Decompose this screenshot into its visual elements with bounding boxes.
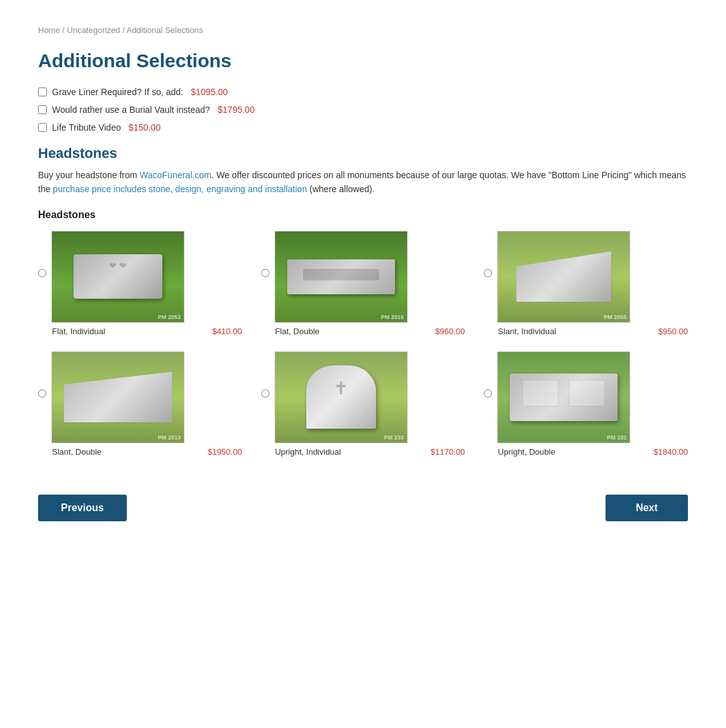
- next-button[interactable]: Next: [606, 495, 688, 521]
- headstone-upright-individual-image: PM 233: [275, 351, 408, 443]
- headstone-flat-double: PM 2016 Flat, Double $960.00: [261, 231, 465, 336]
- upright-double-name: Upright, Double: [498, 447, 555, 457]
- upright-individual-stone: [306, 365, 376, 429]
- headstone-slant-double: PM 2013 Slant, Double $1950.00: [38, 351, 242, 457]
- flat-double-pm: PM 2016: [381, 314, 404, 320]
- headstone-flat-individual-row: PM 2053: [38, 231, 242, 323]
- flat-double-price: $960.00: [435, 327, 465, 336]
- flat-individual-price: $410.00: [212, 327, 242, 336]
- upright-individual-pm: PM 233: [384, 434, 404, 441]
- upright-individual-caption: Upright, Individual $1170.00: [261, 447, 465, 457]
- headstone-upright-individual-radio[interactable]: [261, 389, 269, 398]
- slant-individual-caption: Slant, Individual $950.00: [484, 327, 688, 336]
- slant-double-caption: Slant, Double $1950.00: [38, 447, 242, 457]
- additional-options: Grave Liner Required? If so, add: $1095.…: [38, 87, 688, 133]
- headstone-upright-individual-row: PM 233: [261, 351, 465, 443]
- slant-individual-name: Slant, Individual: [498, 327, 556, 336]
- headstones-label: Headstones: [38, 209, 688, 221]
- headstone-slant-individual-radio[interactable]: [484, 269, 492, 277]
- slant-double-pm: PM 2013: [158, 434, 181, 441]
- headstone-slant-individual-image: PM 2055: [497, 231, 630, 323]
- life-tribute-price: $150.00: [129, 122, 161, 133]
- upright-double-caption: Upright, Double $1840.00: [484, 447, 688, 457]
- slant-double-name: Slant, Double: [52, 447, 101, 457]
- headstone-slant-individual-row: PM 2055: [484, 231, 688, 323]
- upright-individual-price: $1170.00: [431, 447, 465, 457]
- life-tribute-label: Life Tribute Video: [52, 122, 121, 133]
- burial-vault-label: Would rather use a Burial Vault instead?: [52, 105, 210, 115]
- flat-double-caption: Flat, Double $960.00: [261, 327, 465, 336]
- headstone-flat-double-row: PM 2016: [261, 231, 465, 323]
- flat-double-name: Flat, Double: [275, 327, 320, 336]
- headstone-flat-individual-image: PM 2053: [51, 231, 185, 323]
- grave-liner-label: Grave Liner Required? If so, add:: [52, 87, 183, 97]
- headstone-flat-double-radio[interactable]: [261, 269, 269, 277]
- headstone-upright-double: PM 101 Upright, Double $1840.00: [484, 351, 688, 457]
- headstone-slant-double-radio[interactable]: [38, 389, 46, 398]
- slant-double-stone: [64, 372, 172, 422]
- grave-liner-price: $1095.00: [191, 87, 228, 97]
- upright-double-price: $1840.00: [654, 447, 688, 457]
- headstone-upright-double-row: PM 101: [484, 351, 688, 443]
- life-tribute-row: Life Tribute Video $150.00: [38, 122, 688, 133]
- flat-double-stone: [287, 259, 395, 294]
- headstone-flat-individual-radio[interactable]: [38, 269, 46, 277]
- slant-individual-stone: [516, 251, 611, 302]
- slant-individual-price: $950.00: [658, 327, 688, 336]
- headstones-section-title: Headstones: [38, 145, 688, 162]
- flat-individual-name: Flat, Individual: [52, 327, 105, 336]
- headstones-description: Buy your headstone from WacoFuneral.com.…: [38, 168, 688, 197]
- previous-button[interactable]: Previous: [38, 495, 127, 521]
- headstone-flat-individual: PM 2053 Flat, Individual $410.00: [38, 231, 242, 336]
- breadcrumb: Home / Uncategorized / Additional Select…: [38, 25, 688, 35]
- slant-double-price: $1950.00: [207, 447, 242, 457]
- burial-vault-price: $1795.00: [217, 105, 254, 115]
- headstone-upright-double-radio[interactable]: [484, 389, 492, 398]
- grave-liner-checkbox[interactable]: [38, 88, 47, 96]
- headstone-flat-double-image: PM 2016: [275, 231, 408, 323]
- flat-individual-stone: [74, 254, 162, 299]
- headstone-slant-double-row: PM 2013: [38, 351, 242, 443]
- page-title: Additional Selections: [38, 50, 688, 72]
- headstone-slant-double-image: PM 2013: [51, 351, 185, 443]
- headstone-slant-individual: PM 2055 Slant, Individual $950.00: [484, 231, 688, 336]
- upright-double-stone: [510, 374, 618, 421]
- headstones-grid: PM 2053 Flat, Individual $410.00 PM 2016…: [38, 231, 688, 457]
- purchase-price-link[interactable]: purchase price includes stone, design, e…: [53, 184, 307, 194]
- headstone-upright-double-image: PM 101: [497, 351, 630, 443]
- navigation-row: Previous Next: [38, 482, 688, 521]
- upright-double-pm: PM 101: [607, 434, 626, 441]
- headstone-upright-individual: PM 233 Upright, Individual $1170.00: [261, 351, 465, 457]
- burial-vault-checkbox[interactable]: [38, 105, 47, 114]
- grave-liner-row: Grave Liner Required? If so, add: $1095.…: [38, 87, 688, 97]
- flat-individual-pm: PM 2053: [158, 314, 181, 320]
- waco-funeral-link[interactable]: WacoFuneral.com: [139, 170, 211, 180]
- breadcrumb-text: Home / Uncategorized / Additional Select…: [38, 25, 203, 35]
- slant-individual-pm: PM 2055: [604, 314, 626, 320]
- upright-individual-name: Upright, Individual: [275, 447, 341, 457]
- flat-individual-caption: Flat, Individual $410.00: [38, 327, 242, 336]
- life-tribute-checkbox[interactable]: [38, 123, 47, 132]
- burial-vault-row: Would rather use a Burial Vault instead?…: [38, 105, 688, 115]
